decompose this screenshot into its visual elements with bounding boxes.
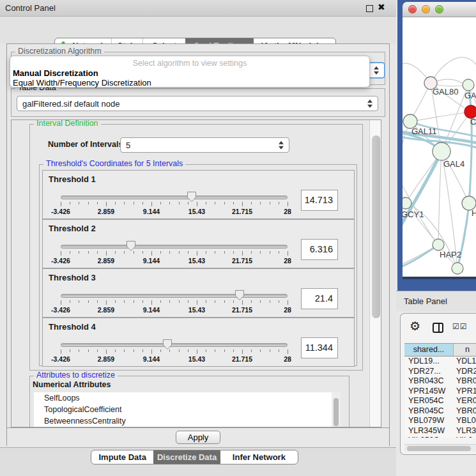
threshold-2-slider-track[interactable] bbox=[61, 245, 288, 249]
network-node-HAP2[interactable] bbox=[433, 239, 444, 250]
threshold-3-slider-track[interactable] bbox=[61, 294, 288, 298]
cell: YER054C bbox=[404, 396, 454, 406]
table-data-combobox[interactable]: galFiltered.sif default node bbox=[17, 96, 378, 111]
network-edge[interactable] bbox=[438, 151, 441, 245]
tab-infer-network[interactable]: Infer Network bbox=[220, 450, 298, 464]
tick-mark bbox=[233, 251, 234, 254]
table-row[interactable]: YIL052CYIL0 bbox=[404, 436, 476, 438]
settings-scrollbar-thumb[interactable] bbox=[372, 135, 380, 318]
tick-mark bbox=[188, 202, 188, 204]
cell: YLR345W bbox=[404, 426, 454, 436]
apply-button[interactable]: Apply bbox=[176, 431, 220, 444]
slider-tick-label: 21.715 bbox=[232, 355, 252, 363]
threshold-1-slider-track[interactable] bbox=[61, 196, 288, 199]
list-scrollbar[interactable] bbox=[332, 392, 341, 427]
tick-mark bbox=[215, 349, 215, 352]
algorithm-dropdown-popup: Select algorithm to view settings Manual… bbox=[10, 56, 370, 88]
network-node-GA[interactable] bbox=[463, 79, 474, 91]
list-item[interactable]: BetweennessCentrality bbox=[34, 415, 332, 427]
network-edge[interactable] bbox=[403, 151, 441, 231]
table-data-selected-value: galFiltered.sif default node bbox=[22, 99, 119, 109]
slider-tick-label: 21.715 bbox=[232, 306, 252, 314]
slider-tick-label: -3.426 bbox=[51, 257, 70, 265]
group-title: Interval Definition bbox=[34, 119, 101, 128]
table-row[interactable]: YBL079WYBL0 bbox=[404, 416, 476, 426]
tick-mark bbox=[179, 251, 180, 254]
cell: YLR3 bbox=[454, 426, 476, 436]
table-horizontal-scrollbar[interactable] bbox=[404, 444, 476, 452]
slider-thumb[interactable] bbox=[126, 240, 136, 252]
network-edge[interactable] bbox=[410, 112, 471, 121]
slider-thumb[interactable] bbox=[187, 191, 197, 203]
network-node-C[interactable] bbox=[464, 105, 476, 118]
table-data-group: Table Data galFiltered.sif default node bbox=[11, 88, 385, 117]
list-scrollbar-thumb[interactable] bbox=[334, 398, 339, 426]
network-edge[interactable] bbox=[468, 85, 472, 203]
list-item[interactable]: TopologicalCoefficient bbox=[34, 404, 332, 415]
settings-scrollbar[interactable] bbox=[369, 120, 381, 427]
network-node-GCY1[interactable] bbox=[403, 197, 411, 209]
minimize-traffic-light-icon[interactable] bbox=[422, 5, 430, 13]
network-node-GAL4[interactable] bbox=[433, 142, 450, 160]
slider-tick-label: 15.43 bbox=[188, 306, 205, 314]
float-window-icon[interactable] bbox=[366, 5, 373, 12]
checkbox-icons[interactable]: ☑☑ bbox=[452, 322, 468, 331]
tab-impute-data[interactable]: Impute Data bbox=[91, 450, 153, 464]
tick-mark bbox=[124, 300, 125, 303]
network-node-node[interactable] bbox=[452, 263, 463, 274]
tick-mark bbox=[134, 349, 134, 352]
column-header-name[interactable]: n bbox=[454, 344, 476, 356]
table-scrollbar-thumb[interactable] bbox=[407, 446, 471, 451]
threshold-1-value-field[interactable]: 14.713 bbox=[301, 190, 338, 211]
tick-mark bbox=[224, 251, 225, 254]
tick-mark bbox=[242, 202, 243, 206]
list-item[interactable]: SelfLoops bbox=[34, 392, 332, 404]
gear-icon[interactable]: ⚙ bbox=[410, 319, 420, 334]
network-canvas[interactable]: GAL80GACGAL11GAL4GCY1HHAP2 bbox=[403, 17, 476, 277]
threshold-label: Threshold 3 bbox=[49, 273, 96, 282]
tick-mark bbox=[197, 251, 197, 256]
tick-mark bbox=[270, 349, 270, 352]
tick-mark bbox=[70, 251, 70, 254]
table-row[interactable]: YDR27...YDR2 bbox=[404, 367, 476, 377]
close-icon[interactable]: ✖ bbox=[378, 2, 385, 12]
threshold-4-slider-track[interactable] bbox=[61, 343, 288, 347]
close-traffic-light-icon[interactable] bbox=[408, 5, 417, 13]
slider-tick-label: 9.144 bbox=[143, 355, 160, 363]
tick-mark bbox=[115, 202, 116, 204]
table-row[interactable]: YPR145WYPR1 bbox=[404, 387, 476, 397]
attributes-to-discretize-group: Attributes to discretize Numerical Attri… bbox=[29, 376, 349, 427]
table-row[interactable]: YBR043CYBR0 bbox=[404, 376, 476, 387]
threshold-3-value-field[interactable]: 21.4 bbox=[301, 288, 338, 309]
table-row[interactable]: YLR345WYLR3 bbox=[404, 426, 476, 436]
zoom-traffic-light-icon[interactable] bbox=[435, 5, 443, 13]
table-row[interactable]: YDL19...YDL1 bbox=[404, 357, 476, 367]
cyni-main-panel: Discretization Algorithm Select algorith… bbox=[6, 43, 390, 446]
slider-tick-label: 9.144 bbox=[143, 257, 160, 265]
cell: YBL079W bbox=[404, 416, 454, 426]
table-row[interactable]: YER054CYER0 bbox=[404, 396, 476, 406]
tick-mark bbox=[151, 251, 152, 256]
number-of-intervals-label: Number of Intervals bbox=[48, 140, 123, 149]
slider-tick-label: -3.426 bbox=[51, 306, 70, 314]
dropdown-option-equal-width[interactable]: Equal Width/Frequency Discretization bbox=[13, 78, 368, 88]
tick-mark bbox=[134, 300, 134, 303]
interval-definition-group: Interval Definition Number of Intervals … bbox=[29, 124, 363, 371]
slider-thumb[interactable] bbox=[162, 339, 173, 350]
tick-mark bbox=[288, 251, 288, 256]
column-header-shared-name[interactable]: shared... bbox=[404, 344, 454, 356]
network-edge[interactable] bbox=[403, 245, 438, 268]
number-of-intervals-combobox[interactable]: 5 bbox=[120, 137, 289, 153]
settings-scroll-area: Interval Definition Number of Intervals … bbox=[11, 119, 381, 427]
tick-mark bbox=[197, 202, 197, 206]
tab-discretize-data[interactable]: Discretize Data bbox=[153, 450, 220, 464]
threshold-2-value-field[interactable]: 6.316 bbox=[301, 239, 338, 260]
table-row[interactable]: YBR045CYBR0 bbox=[404, 406, 476, 417]
tick-mark bbox=[215, 251, 215, 254]
dropdown-option-manual-discretization[interactable]: Manual Discretization bbox=[13, 68, 368, 78]
network-node-label: C bbox=[470, 117, 476, 127]
tick-mark bbox=[115, 349, 116, 352]
columns-icon[interactable] bbox=[433, 323, 443, 333]
slider-thumb[interactable] bbox=[234, 289, 245, 301]
threshold-4-value-field[interactable]: 11.344 bbox=[301, 337, 338, 358]
